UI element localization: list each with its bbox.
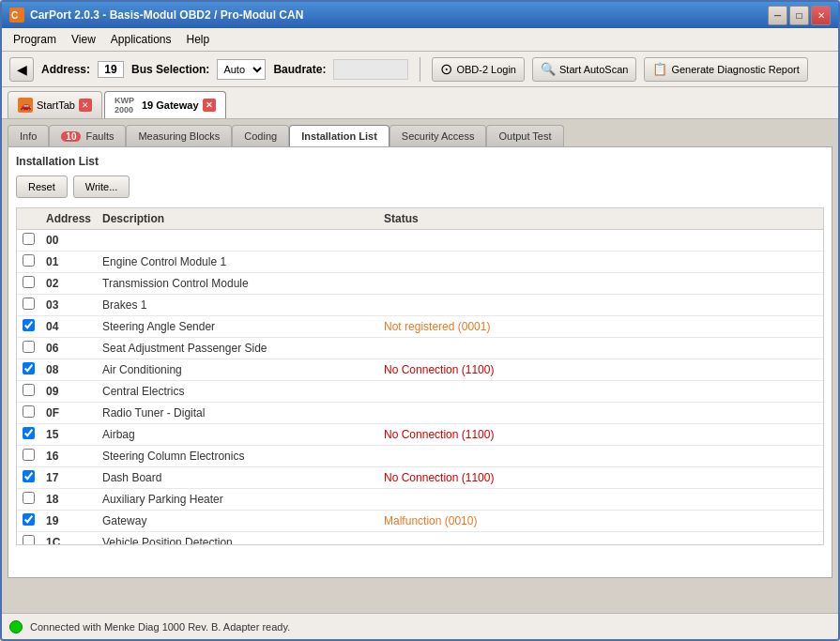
row-address: 06 [40,338,97,359]
tab-coding[interactable]: Coding [232,125,289,146]
start-autoscan-button[interactable]: 🔍 Start AutoScan [532,57,636,82]
status-message: Connected with Menke Diag 1000 Rev. B. A… [30,621,290,633]
table-row: 01Engine Control Module 1 [17,252,823,273]
startTab-icon: 🚗 [18,98,33,113]
scan-icon: 🔍 [541,62,556,76]
row-description: Steering Column Electronics [97,446,378,467]
tab-startTab[interactable]: 🚗 StartTab ✕ [8,91,102,118]
row-description: Air Conditioning [97,359,378,381]
row-address: 02 [40,273,97,295]
row-status [378,295,823,316]
row-checkbox[interactable] [23,319,35,331]
tab-kwp-close[interactable]: ✕ [203,99,216,112]
close-button[interactable]: ✕ [811,6,831,25]
menu-bar: Program View Applications Help [2,28,838,52]
minimize-button[interactable]: ─ [768,6,787,25]
top-tab-bar: 🚗 StartTab ✕ KWP 2000 19 Gateway ✕ [2,87,838,119]
reset-button[interactable]: Reset [16,176,68,198]
installation-table-wrap[interactable]: Address Description Status 0001Engine Co… [16,207,824,545]
row-address: 0F [40,403,97,424]
main-window: C CarPort 2.0.3 - Basis-Modul OBD2 / Pro… [0,0,840,641]
col-description: Description [97,208,378,230]
row-description [97,230,378,252]
back-button[interactable]: ◀ [9,57,34,82]
obd2-icon: ⊙ [440,60,452,78]
row-status [378,252,823,273]
row-status [378,446,823,467]
app-icon: C [9,8,24,23]
maximize-button[interactable]: □ [789,6,809,25]
tab-faults[interactable]: 10 Faults [49,125,126,146]
table-row: 18Auxiliary Parking Heater [17,489,823,511]
table-row: 15AirbagNo Connection (1100) [17,424,823,446]
tab-kwp-gateway-label: 19 Gateway [142,99,199,111]
table-row: 06Seat Adjustment Passenger Side [17,338,823,359]
tab-measuring[interactable]: Measuring Blocks [126,125,232,146]
row-status: Malfunction (0010) [378,511,823,532]
row-description: Vehicle Position Detection [97,532,378,546]
tab-kwpGateway[interactable]: KWP 2000 19 Gateway ✕ [104,91,226,118]
row-checkbox[interactable] [23,470,35,482]
row-description: Brakes 1 [97,295,378,316]
inner-tab-bar: Info 10 Faults Measuring Blocks Coding I… [8,125,832,146]
row-address: 01 [40,252,97,273]
row-checkbox[interactable] [23,276,35,288]
row-status [378,230,823,252]
row-status: Not registered (0001) [378,316,823,338]
menu-view[interactable]: View [64,30,103,49]
row-status: No Connection (1100) [378,359,823,381]
table-row: 00 [17,230,823,252]
installation-panel: Installation List Reset Write... Address… [8,146,832,578]
tab-output[interactable]: Output Test [486,125,563,146]
row-checkbox[interactable] [23,513,35,526]
tab-installation[interactable]: Installation List [289,125,389,146]
row-status: No Connection (1100) [378,467,823,489]
row-status [378,381,823,403]
row-address: 15 [40,424,97,446]
row-checkbox[interactable] [23,362,35,374]
row-description: Central Electrics [97,381,378,403]
separator-1 [420,57,420,82]
menu-program[interactable]: Program [6,30,64,49]
col-address: Address [40,208,97,230]
status-bar: Connected with Menke Diag 1000 Rev. B. A… [2,613,838,639]
row-checkbox[interactable] [23,254,35,267]
row-checkbox[interactable] [23,233,35,245]
row-checkbox[interactable] [23,298,35,310]
row-checkbox[interactable] [23,427,35,439]
connection-status-dot [9,620,23,633]
table-row: 16Steering Column Electronics [17,446,823,467]
row-description: Engine Control Module 1 [97,252,378,273]
write-button[interactable]: Write... [73,176,130,198]
table-row: 19GatewayMalfunction (0010) [17,511,823,532]
row-checkbox[interactable] [23,341,35,353]
row-address: 16 [40,446,97,467]
row-checkbox[interactable] [23,492,35,504]
row-checkbox[interactable] [23,535,35,545]
window-controls: ─ □ ✕ [768,6,831,25]
row-address: 00 [40,230,97,252]
tab-startTab-close[interactable]: ✕ [79,99,92,112]
row-checkbox[interactable] [23,449,35,461]
bus-label: Bus Selection: [131,63,209,76]
tab-info[interactable]: Info [8,125,49,146]
table-row: 08Air ConditioningNo Connection (1100) [17,359,823,381]
bus-select[interactable]: Auto CAN KWP [217,59,266,80]
menu-help[interactable]: Help [179,30,218,49]
faults-badge: 10 [61,131,81,142]
row-address: 03 [40,295,97,316]
installation-table: Address Description Status 0001Engine Co… [17,208,823,545]
row-checkbox[interactable] [23,405,35,418]
table-row: 09Central Electrics [17,381,823,403]
tab-kwp-label: KWP [115,96,134,105]
tab-security[interactable]: Security Access [389,125,487,146]
row-checkbox[interactable] [23,384,35,396]
generate-report-button[interactable]: 📋 Generate Diagnostic Report [644,57,807,82]
back-icon: ◀ [17,62,27,77]
menu-applications[interactable]: Applications [103,30,179,49]
tab-startTab-label: StartTab [37,99,75,111]
window-title: CarPort 2.0.3 - Basis-Modul OBD2 / Pro-M… [30,8,768,22]
row-status [378,403,823,424]
obd2-login-button[interactable]: ⊙ OBD-2 Login [432,57,525,82]
row-status [378,338,823,359]
